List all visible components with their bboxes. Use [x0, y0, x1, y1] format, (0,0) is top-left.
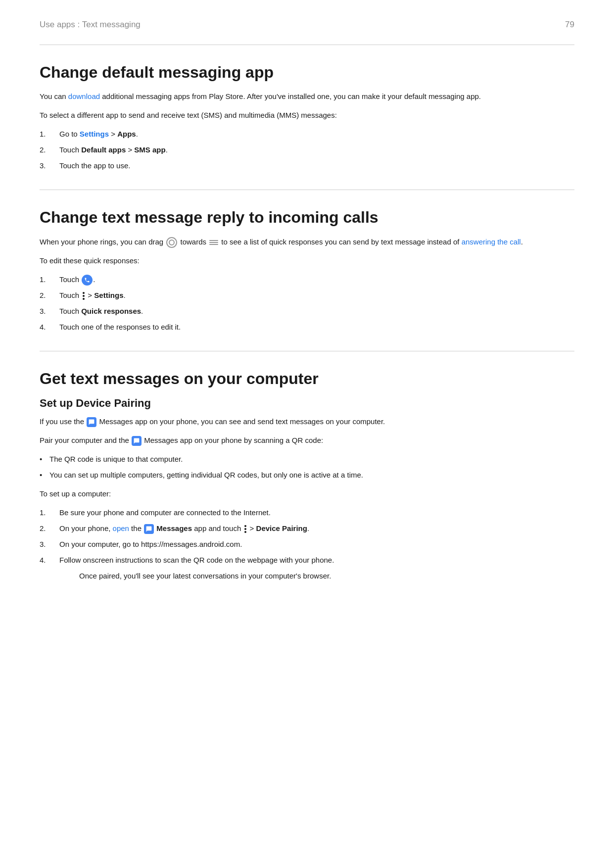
page-number: 79: [565, 20, 574, 30]
open-link[interactable]: open: [113, 524, 129, 532]
reply-step-4-content: Touch one of the responses to edit it.: [59, 321, 574, 333]
section-change-default: Change default messaging app You can dow…: [40, 63, 574, 172]
setup-step-1: 1. Be sure your phone and computer are c…: [40, 507, 574, 519]
three-dots-icon-1: [82, 292, 85, 300]
bullet-qr-multiple: • You can set up multiple computers, get…: [40, 469, 574, 481]
qr-code-bullets: • The QR code is unique to that computer…: [40, 453, 574, 481]
three-dots-icon-2: [244, 525, 246, 533]
section-change-reply: Change text message reply to incoming ca…: [40, 208, 574, 333]
reply-step-4: 4. Touch one of the responses to edit it…: [40, 321, 574, 333]
phone-icon: [82, 275, 93, 286]
change-default-subtitle: To select a different app to send and re…: [40, 109, 574, 121]
settings-link-1[interactable]: Settings: [80, 130, 109, 138]
section-title-change-default: Change default messaging app: [40, 63, 574, 82]
messages-app-icon-1: [87, 417, 96, 427]
bullet-qr-unique: • The QR code is unique to that computer…: [40, 453, 574, 465]
change-reply-intro: When your phone rings, you can drag towa…: [40, 236, 574, 248]
messages-app-icon-2: [132, 436, 142, 446]
edit-quick-responses-intro: To edit these quick responses:: [40, 255, 574, 267]
setup-step-4: 4. Follow onscreen instructions to scan …: [40, 554, 574, 582]
setup-step-2: 2. On your phone, open the Messages app …: [40, 523, 574, 534]
device-pairing-para2: Pair your computer and the Messages app …: [40, 434, 574, 446]
reply-step-3: 3. Touch Quick responses.: [40, 305, 574, 317]
step-2-default-apps: 2. Touch Default apps > SMS app.: [40, 144, 574, 156]
section2-divider: [40, 351, 574, 351]
reply-step-1: 1. Touch .: [40, 274, 574, 286]
page-container: Use apps : Text messaging 79 Change defa…: [0, 0, 614, 629]
change-default-intro: You can download additional messaging ap…: [40, 91, 574, 102]
change-reply-steps: 1. Touch . 2. Touch: [40, 274, 574, 333]
header-divider: [40, 45, 574, 45]
setup-steps: 1. Be sure your phone and computer are c…: [40, 507, 574, 582]
step-3-content: Touch the app to use.: [59, 160, 574, 172]
device-pairing-para1: If you use the Messages app on your phon…: [40, 416, 574, 428]
change-default-steps: 1. Go to Settings > Apps. 2. Touch Defau…: [40, 128, 574, 172]
download-link[interactable]: download: [68, 92, 100, 100]
setup-step-3-content: On your computer, go to https://messages…: [59, 538, 574, 550]
step-3-touch-app: 3. Touch the app to use.: [40, 160, 574, 172]
section-title-get-text: Get text messages on your computer: [40, 369, 574, 388]
section-title-change-reply: Change text message reply to incoming ca…: [40, 208, 574, 227]
page-header: Use apps : Text messaging 79: [40, 20, 574, 35]
section1-divider: [40, 190, 574, 190]
setup-computer-intro: To set up a computer:: [40, 488, 574, 500]
drag-circle-icon: [166, 237, 177, 248]
section-get-text: Get text messages on your computer Set u…: [40, 369, 574, 582]
messages-app-icon-3: [144, 524, 154, 534]
subsection-device-pairing: Set up Device Pairing If you use the Mes…: [40, 397, 574, 582]
menu-lines-icon: [209, 239, 218, 246]
setup-step-3: 3. On your computer, go to https://messa…: [40, 538, 574, 550]
reply-step-2: 2. Touch > Settings.: [40, 289, 574, 301]
setup-step-1-content: Be sure your phone and computer are conn…: [59, 507, 574, 519]
page-header-title: Use apps : Text messaging: [40, 20, 141, 30]
subsection-title-device-pairing: Set up Device Pairing: [40, 397, 574, 410]
setup-step-4-sub: Once paired, you'll see your latest conv…: [59, 570, 574, 582]
setup-step-4-content: Follow onscreen instructions to scan the…: [59, 556, 334, 564]
step-1-goto-settings: 1. Go to Settings > Apps.: [40, 128, 574, 140]
answering-call-link[interactable]: answering the call: [462, 238, 521, 246]
